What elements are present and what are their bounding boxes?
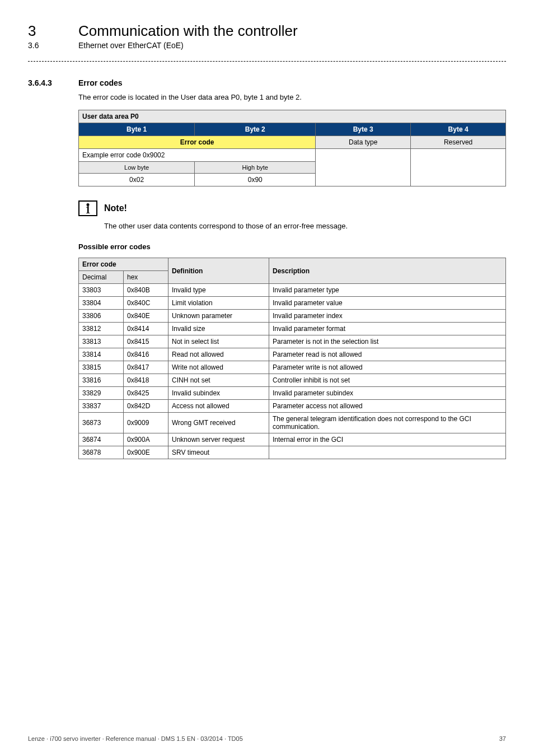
cell-definition: Limit violation: [168, 297, 269, 310]
cell-decimal: 36878: [79, 446, 124, 459]
table-row: 338370x842DAccess not allowedParameter a…: [79, 400, 506, 413]
error-code-cell: Error code: [79, 136, 316, 149]
chapter-number: 3: [28, 22, 78, 40]
col-description: Description: [269, 258, 506, 284]
table-row: 368780x900ESRV timeout: [79, 446, 506, 459]
cell-description: Invalid parameter subindex: [269, 387, 506, 400]
cell-description: Invalid parameter format: [269, 323, 506, 335]
cell-decimal: 36874: [79, 433, 124, 446]
cell-description: Invalid parameter type: [269, 284, 506, 297]
cell-definition: Invalid type: [168, 284, 269, 297]
col-definition: Definition: [168, 258, 269, 284]
example-label: Example error code 0x9002: [79, 149, 316, 162]
cell-decimal: 36873: [79, 413, 124, 433]
col-decimal: Decimal: [79, 271, 124, 284]
cell-hex: 0x900A: [124, 433, 168, 446]
cell-decimal: 33803: [79, 284, 124, 297]
cell-decimal: 33804: [79, 297, 124, 310]
table-row: 338060x840EUnknown parameterInvalid para…: [79, 310, 506, 323]
data-type-cell: Data type: [316, 136, 411, 149]
info-icon: 1: [78, 200, 97, 216]
possible-error-codes-heading: Possible error codes: [78, 242, 506, 251]
byte2-header: Byte 2: [195, 123, 316, 136]
cell-hex: 0x8417: [124, 361, 168, 374]
byte4-header: Byte 4: [411, 123, 506, 136]
table-row: 368740x900AUnknown server requestInterna…: [79, 433, 506, 446]
table-row: 338140x8416Read not allowedParameter rea…: [79, 348, 506, 361]
user-data-table: User data area P0 Byte 1 Byte 2 Byte 3 B…: [78, 110, 506, 186]
cell-definition: Unknown parameter: [168, 310, 269, 323]
cell-hex: 0x8425: [124, 387, 168, 400]
cell-definition: Not in select list: [168, 335, 269, 348]
cell-definition: Read not allowed: [168, 348, 269, 361]
subsection-title: Ethernet over EtherCAT (EoE): [78, 41, 184, 50]
low-byte-value: 0x02: [79, 174, 195, 186]
cell-hex: 0x8414: [124, 323, 168, 335]
cell-hex: 0x840C: [124, 297, 168, 310]
footer-left: Lenze · i700 servo inverter · Reference …: [28, 735, 243, 742]
table-row: 338030x840BInvalid typeInvalid parameter…: [79, 284, 506, 297]
cell-hex: 0x840B: [124, 284, 168, 297]
page-number: 37: [499, 735, 506, 742]
cell-description: The general telegram identification does…: [269, 413, 506, 433]
cell-description: Controller inhibit is not set: [269, 374, 506, 387]
cell-decimal: 33837: [79, 400, 124, 413]
cell-definition: Invalid subindex: [168, 387, 269, 400]
cell-description: Parameter write is not allowed: [269, 361, 506, 374]
cell-description: Invalid parameter value: [269, 297, 506, 310]
col-error-code: Error code: [79, 258, 168, 271]
intro-text: The error code is located in the User da…: [78, 93, 506, 101]
reserved-cell: Reserved: [411, 136, 506, 149]
cell-hex: 0x9009: [124, 413, 168, 433]
cell-hex: 0x8415: [124, 335, 168, 348]
cell-hex: 0x900E: [124, 446, 168, 459]
table-row: 338120x8414Invalid sizeInvalid parameter…: [79, 323, 506, 335]
cell-decimal: 33813: [79, 335, 124, 348]
byte3-header: Byte 3: [316, 123, 411, 136]
subsection-number: 3.6: [28, 41, 78, 50]
cell-decimal: 33812: [79, 323, 124, 335]
note-text: The other user data contents correspond …: [104, 222, 506, 230]
cell-definition: Unknown server request: [168, 433, 269, 446]
cell-hex: 0x8418: [124, 374, 168, 387]
low-byte-label: Low byte: [79, 162, 195, 174]
chapter-title: Communication with the controller: [78, 22, 298, 40]
cell-description: [269, 446, 506, 459]
col-hex: hex: [124, 271, 168, 284]
cell-description: Invalid parameter index: [269, 310, 506, 323]
cell-description: Parameter is not in the selection list: [269, 335, 506, 348]
section-title: Error codes: [78, 78, 123, 87]
cell-hex: 0x842D: [124, 400, 168, 413]
note-label: Note!: [104, 203, 127, 213]
cell-definition: SRV timeout: [168, 446, 269, 459]
table-row: 338130x8415Not in select listParameter i…: [79, 335, 506, 348]
high-byte-value: 0x90: [195, 174, 316, 186]
error-codes-table: Error code Definition Description Decima…: [78, 258, 506, 459]
cell-decimal: 33815: [79, 361, 124, 374]
table-row: 338150x8417Write not allowedParameter wr…: [79, 361, 506, 374]
cell-hex: 0x8416: [124, 348, 168, 361]
cell-definition: CINH not set: [168, 374, 269, 387]
divider: [28, 61, 506, 62]
cell-hex: 0x840E: [124, 310, 168, 323]
table-row: 338290x8425Invalid subindexInvalid param…: [79, 387, 506, 400]
table-row: 338160x8418CINH not setController inhibi…: [79, 374, 506, 387]
table1-title: User data area P0: [79, 110, 506, 123]
cell-description: Parameter access not allowed: [269, 400, 506, 413]
cell-decimal: 33829: [79, 387, 124, 400]
cell-definition: Invalid size: [168, 323, 269, 335]
cell-decimal: 33806: [79, 310, 124, 323]
cell-definition: Wrong GMT received: [168, 413, 269, 433]
byte1-header: Byte 1: [79, 123, 195, 136]
cell-decimal: 33816: [79, 374, 124, 387]
table-row: 338040x840CLimit violationInvalid parame…: [79, 297, 506, 310]
cell-decimal: 33814: [79, 348, 124, 361]
cell-description: Internal error in the GCI: [269, 433, 506, 446]
table-row: 368730x9009Wrong GMT receivedThe general…: [79, 413, 506, 433]
high-byte-label: High byte: [195, 162, 316, 174]
cell-description: Parameter read is not allowed: [269, 348, 506, 361]
section-number: 3.6.4.3: [28, 78, 78, 87]
cell-definition: Write not allowed: [168, 361, 269, 374]
cell-definition: Access not allowed: [168, 400, 269, 413]
